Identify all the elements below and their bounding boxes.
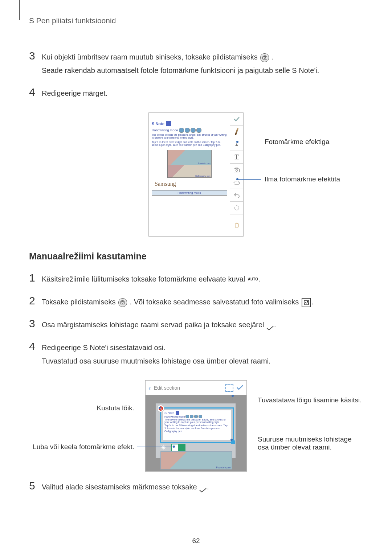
screenshot-mock: ‹ Edit section S Note Handwriting mode T…	[145, 380, 247, 472]
step-4-top: 4 Redigeerige märget.	[29, 87, 363, 102]
gallery-icon	[302, 298, 311, 307]
mode-dot-icon	[199, 415, 202, 418]
callout-label: Tuvastatava lõigu lisamine käsitsi.	[258, 396, 362, 404]
mode-dot-icon	[194, 415, 198, 418]
callout-label: osa ümber olevat raami.	[258, 443, 332, 451]
step-number: 4	[29, 341, 42, 369]
rotate-icon	[230, 202, 243, 214]
resize-handle-icon	[231, 440, 235, 444]
step-text: Käsitsirežiimile lülitumiseks toksake fo…	[42, 275, 247, 283]
mock-footer: Handwriting mode	[152, 190, 227, 196]
pen-label: Fountain pen	[216, 466, 231, 469]
callout-line	[137, 408, 159, 408]
mock-desc: The device detects the pressure, angle, …	[152, 134, 227, 140]
auto-mode-icon: AUTO	[248, 277, 258, 282]
callout-label: Luba või keela fotomärkme efekt.	[33, 443, 134, 451]
pen-label: Calligraphy pen	[195, 175, 211, 177]
step-3: 3 Osa märgistamiseks lohistage raami ser…	[29, 318, 363, 333]
hand-icon	[230, 214, 243, 236]
step-text: Redigeerige märget.	[42, 88, 363, 99]
undo-icon	[230, 189, 243, 202]
step-2: 2 Toksake pildistamiseks . Või toksake s…	[29, 295, 363, 310]
svg-rect-2	[264, 56, 266, 57]
mode-dot-icon	[185, 128, 190, 133]
step-text: Osa märgistamiseks lohistage raami serva…	[42, 321, 266, 329]
step-number: 3	[29, 318, 42, 333]
handwriting-label: Handwriting mode	[164, 415, 185, 418]
mode-dot-icon	[191, 128, 196, 133]
mode-dot-icon	[185, 415, 189, 418]
step-number: 4	[29, 87, 42, 102]
mode-dot-icon	[179, 128, 184, 133]
callout-line	[237, 142, 261, 142]
step-text: Redigeerige S Note'i sisestatavaid osi.	[42, 342, 363, 353]
check-icon	[266, 323, 274, 328]
svg-point-4	[236, 169, 238, 171]
callout-line	[233, 395, 233, 400]
svg-rect-6	[121, 301, 125, 304]
step-number: 1	[29, 272, 42, 287]
signature-sample: Samsung	[155, 181, 227, 187]
confirm-icon	[236, 383, 244, 393]
topbar-title: Edit section	[154, 385, 222, 391]
snote-logo-icon	[176, 411, 179, 415]
callout-label: Fotomärkme efektiga	[265, 138, 329, 146]
callout-line	[237, 179, 261, 180]
step-1: 1 Käsitsirežiimile lülitumiseks toksake …	[29, 272, 363, 287]
callout-label: Suuruse muutmiseks lohistage	[258, 435, 352, 443]
section-title: S Pen pliiatsi funktsioonid	[29, 16, 363, 25]
step-text: Valitud alade sisestamiseks märkmesse to…	[42, 483, 199, 491]
callout-line	[137, 447, 173, 447]
screenshot-mock: S Note Handwriting mode The device detec…	[148, 112, 244, 237]
mock-tip: Tap ✎ in the S Note widget and write on …	[152, 141, 227, 147]
handwriting-label: Handwriting mode	[152, 128, 178, 132]
snote-logo-icon	[166, 121, 171, 126]
camera-tool-icon	[230, 164, 243, 176]
step-text: Tuvastatud osa suuruse muutmiseks lohist…	[42, 356, 363, 366]
snote-label: S Note	[152, 122, 164, 126]
step-text: .	[259, 275, 261, 283]
callout-label: Kustuta lõik.	[97, 404, 135, 412]
figure-2: ‹ Edit section S Note Handwriting mode T…	[29, 380, 363, 472]
step-text: Toksake pildistamiseks	[42, 298, 118, 306]
page-number: 62	[0, 537, 392, 545]
step-5: 5 Valitud alade sisestamiseks märkmesse …	[29, 480, 363, 495]
mock-desc: The device detects the pressure, angle, …	[164, 418, 229, 423]
mock-tip: Tap ✎ in the S Note widget and write on …	[164, 424, 229, 432]
step-text: .	[272, 53, 274, 61]
subheading: Manuaalrežiimi kasutamine	[29, 251, 363, 262]
page-corner-rule	[19, 0, 20, 20]
svg-rect-8	[122, 301, 123, 302]
effect-toggle	[171, 444, 185, 452]
svg-point-10	[307, 301, 308, 302]
toolbar-side: ▲ T	[230, 113, 243, 236]
step-number: 3	[29, 50, 42, 79]
svg-rect-9	[304, 300, 309, 305]
step-3-top: 3 Kui objekti ümbritsev raam muutub sini…	[29, 50, 363, 79]
pen-tool-icon	[230, 126, 243, 138]
camera-icon	[118, 298, 127, 307]
confirm-icon	[230, 113, 243, 126]
mode-dot-icon	[196, 128, 201, 133]
mode-dot-icon	[190, 415, 193, 418]
callout-label: Ilma fotomärkme efektita	[265, 175, 340, 183]
add-section-icon	[225, 384, 233, 392]
step-text: Seade rakendab automaatselt fotole fotom…	[42, 65, 363, 76]
step-number: 5	[29, 480, 42, 495]
text-tool-icon: T	[230, 151, 243, 164]
selection-frame: S Note Handwriting mode The device detec…	[160, 407, 234, 443]
back-icon: ‹	[148, 384, 151, 392]
step-4: 4 Redigeerige S Note'i sisestatavaid osi…	[29, 341, 363, 369]
step-text: Kui objekti ümbritsev raam muutub sinise…	[42, 53, 260, 61]
check-icon	[199, 485, 207, 490]
up-triangle-icon: ▲	[230, 138, 243, 151]
svg-rect-0	[262, 57, 267, 59]
svg-point-7	[122, 302, 123, 304]
captured-photo: Fountain pen	[160, 451, 232, 469]
callout-line	[233, 400, 254, 400]
step-text: .	[274, 321, 276, 329]
step-text: .	[312, 298, 314, 306]
figure-1: S Note Handwriting mode The device detec…	[29, 112, 363, 237]
step-number: 2	[29, 295, 42, 310]
svg-point-1	[264, 57, 265, 59]
